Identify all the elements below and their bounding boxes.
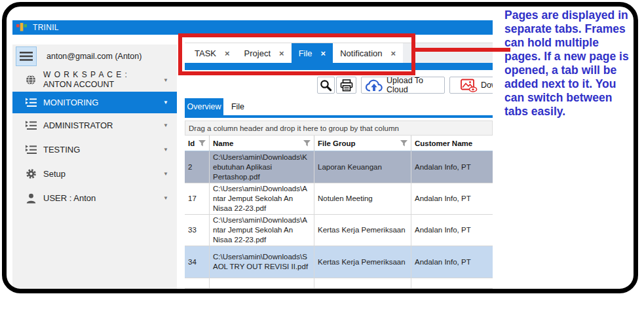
print-button[interactable] bbox=[336, 77, 356, 94]
page-tab-label: Overview bbox=[187, 102, 221, 111]
cell-name[interactable]: C:\Users\amin\Downloads\Antar Jemput Sek… bbox=[210, 183, 314, 215]
cell-file-group[interactable]: Laporan Keuangan bbox=[314, 151, 411, 183]
cell-name[interactable]: C:\Users\amin\Downloads\Antar Jemput Sek… bbox=[210, 215, 314, 246]
cell-customer-name[interactable]: Andalan Info, PT bbox=[411, 215, 493, 246]
empty-cell bbox=[210, 278, 314, 289]
sidebar-item-user[interactable]: USER : Anton ▼ bbox=[12, 186, 177, 210]
page-tab-file[interactable]: File bbox=[223, 98, 252, 115]
upload-to-cloud-label: Upload To Cloud bbox=[387, 76, 441, 94]
empty-cell bbox=[314, 278, 411, 289]
cell-file-group[interactable]: Notulen Meeting bbox=[314, 183, 411, 215]
group-by-drop-zone: Drag a column header and drop it here to… bbox=[185, 120, 493, 136]
chevron-down-icon: ▼ bbox=[163, 77, 168, 83]
sidebar-item-label: MONITORING bbox=[43, 98, 163, 107]
sidebar-account-row: anton@gmail.com (Anton) bbox=[12, 45, 177, 68]
annotation-text: Pages are displayed in separate tabs. Fr… bbox=[504, 9, 633, 119]
app-logo-icon bbox=[16, 23, 27, 32]
tree-list-icon bbox=[18, 145, 43, 155]
page-tab-label: File bbox=[231, 102, 244, 111]
account-email: anton@gmail.com (Anton) bbox=[47, 52, 177, 62]
person-icon bbox=[18, 193, 43, 204]
cell-name[interactable]: C:\Users\amin\Downloads\SAOL TRY OUT REV… bbox=[210, 246, 314, 278]
sidebar-item-label: TESTING bbox=[43, 145, 163, 155]
page-tab-bar: Overview File bbox=[185, 98, 493, 115]
cell-customer-name[interactable]: Andalan Info, PT bbox=[411, 183, 493, 215]
empty-cell bbox=[411, 278, 493, 289]
download-label: Dow bbox=[481, 81, 493, 90]
cell-id[interactable]: 33 bbox=[185, 215, 210, 246]
search-icon bbox=[320, 79, 332, 92]
group-by-hint: Drag a column header and drop it here to… bbox=[189, 124, 399, 132]
globe-icon bbox=[18, 75, 43, 85]
tree-list-icon bbox=[18, 98, 43, 107]
workspace-account-name: ANTON ACCOUNT bbox=[43, 80, 163, 90]
column-header-name[interactable]: Name bbox=[210, 136, 314, 151]
cell-customer-name[interactable]: Andalan Info, PT bbox=[411, 151, 493, 183]
sidebar-item-administrator[interactable]: ADMINISTRATOR ▼ bbox=[12, 113, 177, 138]
workspace-label: W O R K S P A C E : bbox=[43, 70, 163, 80]
sidebar: anton@gmail.com (Anton) W O R K S P A C … bbox=[12, 45, 177, 289]
cell-customer-name[interactable]: Andalan Info, PT bbox=[411, 246, 493, 278]
chevron-down-icon: ▼ bbox=[163, 100, 168, 105]
chevron-down-icon: ▼ bbox=[163, 147, 168, 153]
filter-icon[interactable] bbox=[400, 140, 407, 147]
tab-bar-empty-area bbox=[403, 43, 493, 63]
title-bar: TRINIL bbox=[12, 20, 493, 35]
chevron-down-icon: ▼ bbox=[163, 122, 168, 128]
annotation-connector-line bbox=[415, 48, 510, 52]
cell-id[interactable]: 2 bbox=[185, 151, 210, 183]
sidebar-item-setup[interactable]: Setup ▼ bbox=[12, 162, 177, 186]
cell-name[interactable]: C:\Users\amin\Downloads\Kebutuhan Aplika… bbox=[210, 151, 314, 183]
column-header-id[interactable]: Id bbox=[185, 136, 210, 151]
sidebar-item-label: Setup bbox=[43, 169, 163, 179]
filter-icon[interactable] bbox=[303, 140, 311, 147]
cell-file-group[interactable]: Kertas Kerja Pemeriksaan bbox=[314, 215, 411, 246]
sidebar-item-testing[interactable]: TESTING ▼ bbox=[12, 138, 177, 162]
filter-icon[interactable] bbox=[199, 140, 206, 147]
chevron-down-icon: ▼ bbox=[163, 195, 168, 201]
sidebar-item-label: USER : Anton bbox=[43, 193, 163, 203]
search-button[interactable] bbox=[317, 77, 335, 94]
page-tab-overview[interactable]: Overview bbox=[185, 98, 223, 115]
screenshot-canvas: TRINIL anton@gmail.com (Anton) bbox=[0, 0, 644, 313]
tree-list-icon bbox=[18, 120, 43, 130]
window-title: TRINIL bbox=[33, 23, 59, 32]
annotation-highlight-rectangle bbox=[178, 33, 415, 75]
page-tab-underline bbox=[185, 115, 493, 118]
column-header-file-group[interactable]: File Group bbox=[314, 136, 411, 151]
column-header-customer-name[interactable]: Customer Name bbox=[411, 136, 493, 151]
column-header-label: Customer Name bbox=[415, 139, 472, 147]
empty-cell bbox=[185, 278, 210, 289]
gear-icon bbox=[18, 168, 43, 179]
column-header-label: Id bbox=[188, 139, 195, 147]
hamburger-icon bbox=[20, 52, 33, 61]
cell-id[interactable]: 17 bbox=[185, 183, 210, 215]
printer-icon bbox=[340, 79, 353, 92]
file-table: Id Name File Group Customer Name 2 C:\Us… bbox=[185, 136, 493, 289]
chevron-down-icon: ▼ bbox=[163, 171, 168, 177]
image-preview-icon bbox=[461, 79, 478, 92]
column-header-label: File Group bbox=[318, 139, 356, 147]
hamburger-menu-button[interactable] bbox=[16, 46, 37, 66]
download-button[interactable]: Dow bbox=[449, 77, 493, 94]
upload-to-cloud-button[interactable]: Upload To Cloud bbox=[361, 77, 445, 94]
cell-file-group[interactable]: Kertas Kerja Pemeriksaan bbox=[314, 246, 411, 278]
cloud-upload-icon bbox=[365, 79, 383, 92]
cell-id[interactable]: 34 bbox=[185, 246, 210, 278]
sidebar-item-monitoring[interactable]: MONITORING ▼ bbox=[12, 92, 177, 113]
column-header-label: Name bbox=[213, 139, 233, 147]
sidebar-item-workspace[interactable]: W O R K S P A C E : ANTON ACCOUNT ▼ bbox=[12, 68, 177, 92]
sidebar-item-label: ADMINISTRATOR bbox=[43, 120, 163, 130]
